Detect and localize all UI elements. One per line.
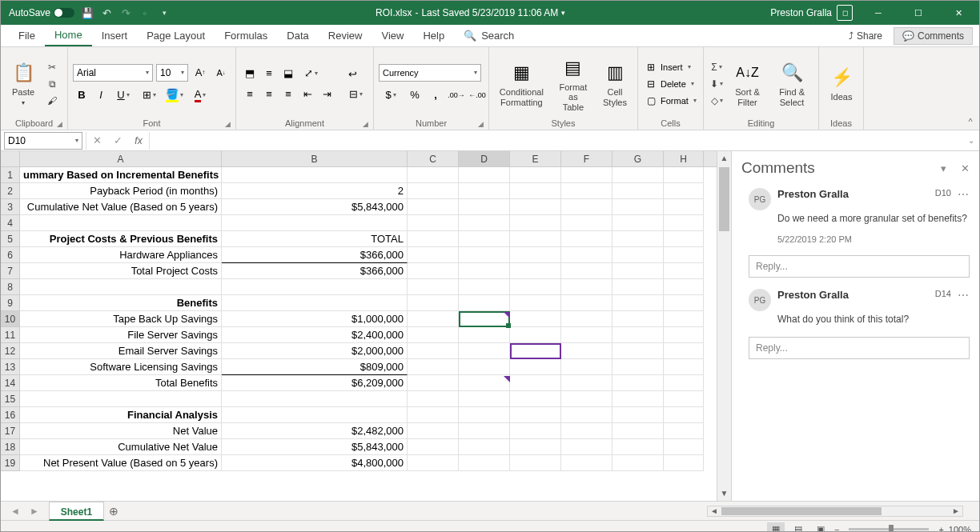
cell[interactable] <box>561 167 612 183</box>
vertical-scrollbar[interactable]: ▲ ▼ <box>717 151 731 501</box>
cell[interactable] <box>408 375 459 391</box>
cell[interactable]: Hardware Appliances <box>20 247 222 263</box>
cell[interactable] <box>561 407 612 423</box>
zoom-level[interactable]: 100% <box>949 525 971 533</box>
row-header[interactable]: 6 <box>1 247 20 263</box>
cell[interactable] <box>561 263 612 279</box>
worksheet[interactable]: A B C D E F G H 1ummary Based on Increme… <box>1 151 717 501</box>
cell[interactable] <box>510 215 561 231</box>
cell[interactable] <box>459 247 510 263</box>
cell[interactable]: $2,482,000 <box>222 423 408 439</box>
cell[interactable] <box>612 407 664 423</box>
cell[interactable]: $5,843,000 <box>222 439 408 455</box>
table-row[interactable]: 8 <box>1 279 717 295</box>
cell[interactable] <box>664 295 704 311</box>
cell[interactable] <box>459 439 510 455</box>
row-header[interactable]: 12 <box>1 343 20 359</box>
cell[interactable] <box>561 455 612 471</box>
tab-file[interactable]: File <box>9 25 45 46</box>
cell[interactable] <box>664 407 704 423</box>
cell[interactable] <box>459 343 510 359</box>
cell[interactable] <box>664 327 704 343</box>
cell[interactable] <box>561 311 612 327</box>
row-header[interactable]: 14 <box>1 375 20 391</box>
comments-close-icon[interactable]: ✕ <box>961 162 970 174</box>
table-row[interactable]: 13Software Licensing Savings$809,000 <box>1 359 717 375</box>
cell[interactable] <box>612 343 664 359</box>
find-select-button[interactable]: 🔍 Find & Select <box>770 58 813 108</box>
sort-filter-button[interactable]: A↓Z Sort & Filter <box>728 58 767 108</box>
cell[interactable] <box>664 279 704 295</box>
comment-cell-ref[interactable]: D10 <box>935 188 951 210</box>
wrap-text-button[interactable]: ↩ <box>343 65 361 82</box>
cell[interactable] <box>459 455 510 471</box>
cell[interactable] <box>408 199 459 215</box>
cell[interactable] <box>612 167 664 183</box>
cell[interactable] <box>510 167 561 183</box>
cell[interactable] <box>20 279 222 295</box>
format-as-table-button[interactable]: ▤ Format as Table <box>552 54 594 113</box>
redo-icon[interactable]: ↷ <box>119 6 132 19</box>
maximize-button[interactable]: ☐ <box>904 1 933 25</box>
table-row[interactable]: 7Total Project Costs$366,000 <box>1 263 717 279</box>
insert-cells-button[interactable]: ⊞Insert▾ <box>643 60 698 74</box>
cell[interactable]: $2,400,000 <box>222 327 408 343</box>
normal-view-button[interactable]: ▦ <box>767 522 785 533</box>
cell[interactable] <box>408 167 459 183</box>
cell[interactable] <box>561 439 612 455</box>
align-right-button[interactable]: ≡ <box>279 86 297 103</box>
tab-help[interactable]: Help <box>413 25 454 46</box>
format-cells-button[interactable]: ▢Format▾ <box>643 94 698 108</box>
percent-button[interactable]: % <box>406 86 424 104</box>
font-name-select[interactable]: Arial▾ <box>73 64 153 82</box>
cell[interactable] <box>459 215 510 231</box>
cell[interactable] <box>561 375 612 391</box>
fill-color-button[interactable]: 🪣▾ <box>163 86 187 104</box>
cell[interactable] <box>561 343 612 359</box>
cell[interactable]: $366,000 <box>222 247 408 263</box>
close-button[interactable]: ✕ <box>944 1 973 25</box>
font-color-button[interactable]: A▾ <box>188 86 212 104</box>
cell[interactable] <box>612 215 664 231</box>
increase-font-button[interactable]: A↑ <box>191 64 209 82</box>
table-row[interactable]: 16Financial Analysis <box>1 407 717 423</box>
row-header[interactable]: 1 <box>1 167 20 183</box>
row-header[interactable]: 7 <box>1 263 20 279</box>
cell[interactable] <box>561 327 612 343</box>
number-launcher[interactable]: ◢ <box>478 120 484 128</box>
cell[interactable]: Net Value <box>20 423 222 439</box>
cell[interactable] <box>664 311 704 327</box>
cell[interactable] <box>459 391 510 407</box>
cell[interactable]: 2 <box>222 183 408 199</box>
cell[interactable] <box>408 183 459 199</box>
cell[interactable] <box>408 391 459 407</box>
cell[interactable] <box>612 279 664 295</box>
cell[interactable]: Email Server Savings <box>20 343 222 359</box>
cell[interactable]: $1,000,000 <box>222 311 408 327</box>
scroll-up-button[interactable]: ▲ <box>717 151 731 166</box>
cell[interactable] <box>408 327 459 343</box>
table-row[interactable]: 19Net Present Value (Based on 5 years)$4… <box>1 455 717 471</box>
cell[interactable]: $5,843,000 <box>222 199 408 215</box>
cell[interactable] <box>664 423 704 439</box>
clipboard-launcher[interactable]: ◢ <box>57 120 62 128</box>
cell[interactable] <box>664 375 704 391</box>
cell[interactable] <box>612 295 664 311</box>
page-break-view-button[interactable]: ▣ <box>812 522 829 533</box>
cell[interactable] <box>612 263 664 279</box>
horizontal-scrollbar[interactable]: ◄ ► <box>707 506 963 517</box>
add-sheet-button[interactable]: ⊕ <box>104 505 123 518</box>
row-header[interactable]: 10 <box>1 311 20 327</box>
decrease-indent-button[interactable]: ⇤ <box>299 86 316 103</box>
minimize-button[interactable]: ─ <box>864 1 893 25</box>
cell[interactable] <box>664 263 704 279</box>
increase-indent-button[interactable]: ⇥ <box>318 86 335 103</box>
tab-search[interactable]: 🔍Search <box>454 25 524 46</box>
comments-settings-icon[interactable]: ▾ <box>941 162 946 174</box>
cell[interactable] <box>510 295 561 311</box>
cell[interactable]: File Server Savings <box>20 327 222 343</box>
decrease-decimal-button[interactable]: ←.00 <box>468 86 486 104</box>
qat-more-icon[interactable]: ▾ <box>158 6 171 19</box>
cell[interactable] <box>561 215 612 231</box>
cell[interactable]: Total Project Costs <box>20 263 222 279</box>
